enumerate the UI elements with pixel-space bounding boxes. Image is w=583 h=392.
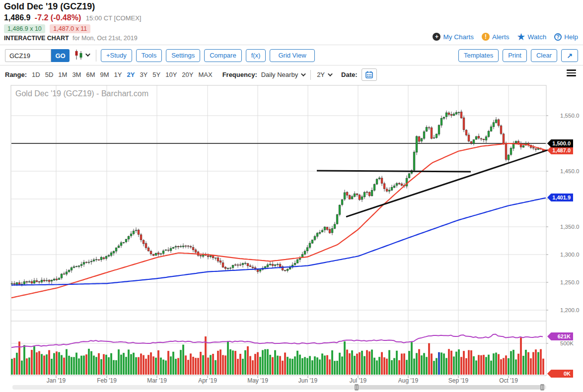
header-link-label: Watch [527, 33, 546, 41]
price-flag: 1,487.0 [547, 146, 573, 154]
frequency-label: Frequency: [222, 71, 257, 78]
date-picker-button[interactable] [362, 68, 377, 81]
ask-badge: 1,487.0 x 11 [50, 24, 90, 33]
date-label: Date: [341, 71, 358, 78]
chart-style-selector[interactable] [74, 50, 89, 60]
header-link-label: Help [564, 33, 578, 41]
date-axis-label: Mar '19 [147, 377, 167, 384]
toolbar-button-study[interactable]: +Study [101, 49, 132, 62]
price-axis-label: 1,450.0 [560, 168, 579, 174]
header-link-alerts[interactable]: !Alerts [482, 33, 510, 41]
expand-chart-button[interactable]: ↗ [561, 49, 578, 62]
price-chart-canvas [0, 82, 583, 392]
chevron-down-icon [85, 52, 90, 57]
date-axis-label: May '19 [247, 377, 268, 384]
header-link-watch[interactable]: ★Watch [517, 33, 546, 41]
chart-watermark: Gold Dec '19 (GCZ19) - Barchart.com [15, 89, 148, 98]
header-link-label: Alerts [492, 33, 510, 41]
toolbar-right-buttons: TemplatesPrintClear↗ [458, 49, 578, 62]
toolbar-button-compare[interactable]: Compare [204, 49, 241, 62]
price-flag: 621K [547, 332, 573, 340]
range-option-max[interactable]: MAX [198, 71, 212, 78]
candlestick-style-icon [74, 50, 83, 60]
price-axis-label: 1,250.0 [560, 279, 579, 285]
scrollbar-right-handle[interactable] [540, 384, 544, 391]
interactive-chart-date: for Mon, Oct 21st, 2019 [73, 35, 138, 42]
date-axis-label: Oct '19 [499, 377, 518, 384]
date-axis-label: Jun '19 [298, 377, 317, 384]
range-option-5d[interactable]: 5D [45, 71, 54, 78]
bid-ask-row: 1,486.9 x 10 1,487.0 x 11 [4, 24, 93, 33]
quote-row: 1,486.9 -7.2 (-0.48%) 15:00 CT [COMEX] [4, 13, 141, 22]
range-list: 1D5D1M3M6M9M1Y2Y3Y5Y10Y20YMAX [32, 71, 213, 78]
alert-circle-icon: ! [482, 33, 490, 41]
interactive-chart-label: INTERACTIVE CHART [4, 35, 69, 42]
toolbar-button-tools[interactable]: Tools [136, 49, 162, 62]
price-axis-label: 1,350.0 [560, 224, 579, 230]
plus-circle-icon: + [433, 33, 440, 41]
range-option-1y[interactable]: 1Y [114, 71, 122, 78]
header-link-my-charts[interactable]: +My Charts [433, 33, 474, 41]
frequency-value: Daily Nearby [261, 71, 298, 78]
range-option-9m[interactable]: 9M [100, 71, 109, 78]
star-icon: ★ [517, 33, 525, 41]
date-axis-label: Aug '19 [398, 377, 418, 384]
date-axis-label: Jan '19 [47, 377, 66, 384]
range-label: Range: [5, 71, 27, 78]
header-links: +My Charts!Alerts★Watch?Help [433, 33, 578, 41]
toolbar-left-buttons: +StudyToolsSettingsComparef(x)Grid View [101, 49, 315, 62]
price-axis-label: 1,200.0 [560, 307, 579, 313]
toolbar-button-print[interactable]: Print [503, 49, 527, 62]
toolbar-button-settings[interactable]: Settings [166, 49, 200, 62]
frequency-dropdown[interactable]: Daily Nearby [261, 71, 304, 78]
range-option-20y[interactable]: 20Y [182, 71, 193, 78]
date-axis-label: Feb '19 [97, 377, 117, 384]
date-axis-label: Jul '19 [350, 377, 366, 384]
interactive-chart-caption: INTERACTIVE CHART for Mon, Oct 21st, 201… [4, 35, 138, 42]
price-flag: 1,401.9 [547, 194, 573, 201]
price-axis-label: 1,300.0 [560, 252, 579, 258]
chart-plot-area[interactable]: Gold Dec '19 (GCZ19) - Barchart.com 1,55… [0, 82, 583, 392]
range-option-5y[interactable]: 5Y [152, 71, 160, 78]
toolbar-button-fx[interactable]: f(x) [246, 49, 266, 62]
volume-axis-label: 500K [560, 340, 574, 346]
range-option-1d[interactable]: 1D [32, 71, 40, 78]
range-option-1m[interactable]: 1M [58, 71, 67, 78]
header-link-help[interactable]: ?Help [554, 33, 578, 41]
range-option-2y[interactable]: 2Y [127, 71, 135, 78]
symbol-input[interactable] [5, 49, 51, 62]
date-axis-label: Sep '19 [448, 377, 468, 384]
page-title: Gold Dec '19 (GCZ19) [4, 1, 95, 12]
question-circle-icon: ? [554, 33, 562, 41]
range-option-3y[interactable]: 3Y [140, 71, 147, 78]
calendar-icon [365, 71, 373, 78]
price-flag: 1,500.0 [547, 139, 573, 147]
time-scrollbar-thumb[interactable] [357, 385, 542, 390]
quote-time: 15:00 CT [COMEX] [86, 14, 142, 22]
date-axis-label: Apr '19 [198, 377, 217, 384]
chart-menu-icon[interactable] [567, 69, 576, 76]
toolbar-button-gridview[interactable]: Grid View [270, 49, 314, 62]
period-dropdown[interactable]: 2Y [317, 71, 331, 78]
header-link-label: My Charts [443, 33, 474, 41]
range-option-10y[interactable]: 10Y [165, 71, 177, 78]
price-flag: 0K [547, 370, 573, 378]
last-price: 1,486.9 [4, 13, 30, 22]
price-axis-label: 1,550.0 [560, 113, 579, 119]
period-value: 2Y [317, 71, 325, 78]
range-bar: Range: 1D5D1M3M6M9M1Y2Y3Y5Y10Y20YMAX Fre… [5, 68, 377, 81]
chevron-down-icon [301, 71, 306, 76]
go-button[interactable]: GO [51, 49, 70, 62]
chevron-down-icon [328, 71, 333, 76]
range-option-3m[interactable]: 3M [72, 71, 81, 78]
toolbar-button-clear[interactable]: Clear [531, 49, 557, 62]
bid-badge: 1,486.9 x 10 [4, 24, 45, 33]
range-option-6m[interactable]: 6M [86, 71, 95, 78]
price-change: -7.2 (-0.48%) [35, 13, 81, 22]
toolbar-button-templates[interactable]: Templates [458, 49, 499, 62]
scrollbar-left-handle[interactable] [355, 384, 359, 391]
